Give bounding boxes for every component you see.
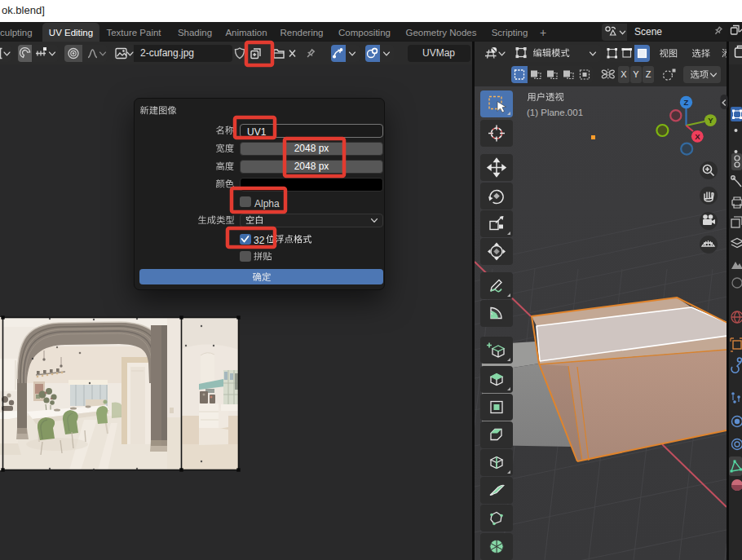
- svg-text:X: X: [695, 132, 700, 141]
- svg-text:Y: Y: [708, 116, 713, 125]
- svg-text:(1) Plane.001: (1) Plane.001: [527, 108, 583, 117]
- svg-text:Z: Z: [684, 98, 689, 107]
